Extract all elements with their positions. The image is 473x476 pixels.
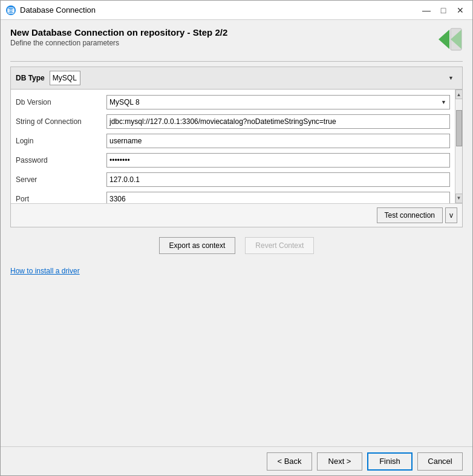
scroll-up-arrow[interactable]: ▲ [455, 90, 463, 99]
page-title: New Database Connection on repository - … [10, 27, 227, 37]
server-field[interactable] [106, 172, 450, 187]
window-controls: — □ ✕ [419, 3, 468, 18]
port-row: Port [16, 191, 450, 203]
server-label: Server [16, 175, 106, 184]
minimize-button[interactable]: — [419, 3, 434, 18]
header-text: New Database Connection on repository - … [10, 27, 227, 47]
login-row: Login [16, 133, 450, 149]
link-section: How to install a driver [10, 266, 463, 275]
test-connection-button[interactable]: Test connection [377, 207, 443, 223]
cancel-button[interactable]: Cancel [417, 452, 463, 471]
export-context-button[interactable]: Export as context [159, 237, 236, 254]
form-body: Db Version MySQL 8 String of Connection [11, 90, 462, 203]
title-bar: Database Connection — □ ✕ [1, 1, 472, 20]
db-type-row: DB Type MySQL [11, 67, 462, 90]
form-panel: DB Type MySQL Db Version MySQL 8 [10, 67, 463, 227]
svg-marker-7 [439, 30, 449, 49]
password-label: Password [16, 156, 106, 165]
finish-button[interactable]: Finish [367, 452, 413, 471]
port-field[interactable] [106, 192, 450, 203]
bottom-bar: < Back Next > Finish Cancel [1, 446, 472, 475]
db-version-select-wrapper: MySQL 8 [106, 95, 450, 109]
connection-string-field[interactable] [106, 114, 450, 129]
back-button[interactable]: < Back [267, 452, 312, 471]
step-icon [434, 27, 463, 51]
maximize-button[interactable]: □ [436, 3, 451, 18]
window-title: Database Connection [20, 5, 419, 15]
db-version-field[interactable]: MySQL 8 [106, 95, 450, 109]
revert-context-button[interactable]: Revert Context [245, 237, 314, 254]
header-section: New Database Connection on repository - … [10, 27, 463, 51]
spacer [10, 280, 463, 440]
v-button[interactable]: v [445, 207, 457, 223]
login-label: Login [16, 137, 106, 145]
password-row: Password [16, 152, 450, 168]
header-divider [10, 61, 463, 62]
test-connection-row: Test connection v [11, 203, 462, 227]
next-button[interactable]: Next > [317, 452, 362, 471]
main-window: Database Connection — □ ✕ New Database C… [0, 0, 473, 476]
login-field[interactable] [106, 134, 450, 148]
password-field[interactable] [106, 153, 450, 168]
app-icon [5, 5, 16, 16]
db-type-label: DB Type [16, 74, 45, 82]
db-type-select[interactable]: MySQL [50, 71, 80, 85]
scrollbar[interactable]: ▲ ▼ [455, 90, 462, 203]
content-area: New Database Connection on repository - … [1, 20, 472, 446]
close-button[interactable]: ✕ [453, 3, 468, 18]
middle-buttons: Export as context Revert Context [10, 237, 463, 254]
db-type-select-wrapper: MySQL [50, 71, 457, 85]
port-label: Port [16, 195, 106, 203]
page-subtitle: Define the connection parameters [10, 39, 227, 47]
scroll-thumb[interactable] [456, 110, 462, 146]
connection-string-label: String of Connection [16, 117, 106, 126]
install-driver-link[interactable]: How to install a driver [10, 267, 80, 275]
form-fields: Db Version MySQL 8 String of Connection [11, 90, 455, 203]
db-version-row: Db Version MySQL 8 [16, 94, 450, 110]
db-version-label: Db Version [16, 98, 106, 106]
scroll-down-arrow[interactable]: ▼ [455, 194, 463, 203]
connection-string-row: String of Connection [16, 114, 450, 129]
server-row: Server [16, 172, 450, 187]
